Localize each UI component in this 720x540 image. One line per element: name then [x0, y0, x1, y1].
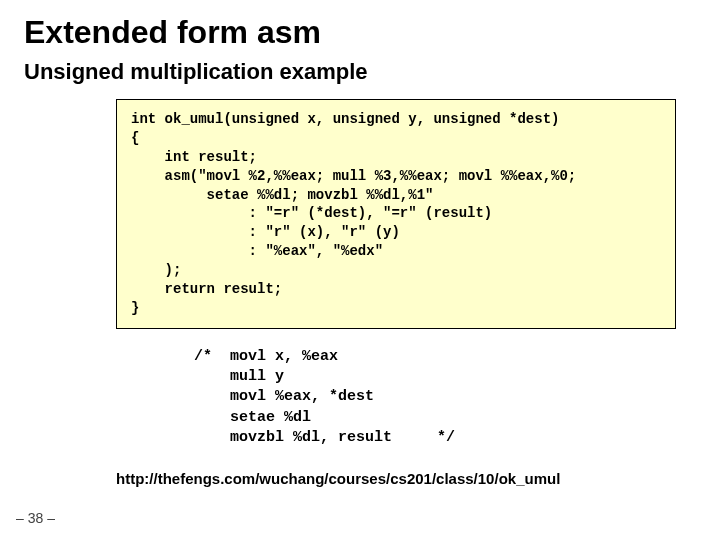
slide-subtitle: Unsigned multiplication example — [24, 59, 696, 85]
code-block: int ok_umul(unsigned x, unsigned y, unsi… — [116, 99, 676, 329]
reference-url: http://thefengs.com/wuchang/courses/cs20… — [116, 470, 696, 487]
slide-title: Extended form asm — [24, 14, 696, 51]
comment-block: /* movl x, %eax mull y movl %eax, *dest … — [194, 347, 696, 448]
page-number: – 38 – — [16, 510, 55, 526]
